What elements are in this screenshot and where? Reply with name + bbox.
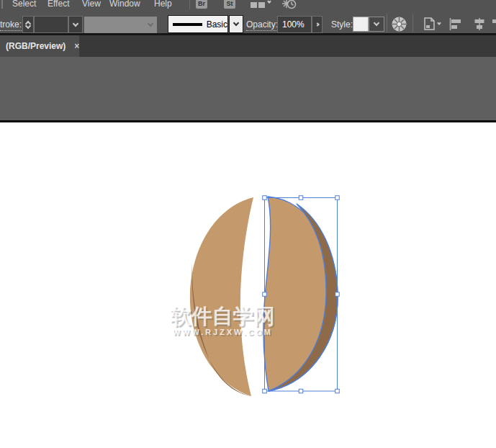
- selection-handle-bottom-left[interactable]: [263, 389, 267, 393]
- selection-handle-top-right[interactable]: [335, 196, 340, 200]
- selection-handle-top-center[interactable]: [299, 196, 303, 200]
- selection-handle-bottom-right[interactable]: [335, 389, 340, 393]
- selection-handle-top-left[interactable]: [263, 196, 267, 200]
- artwork-layer: [0, 0, 496, 448]
- selection-handle-bottom-center[interactable]: [299, 389, 303, 393]
- selection-handle-mid-right[interactable]: [335, 292, 340, 297]
- coffee-bean-left-half[interactable]: [190, 197, 253, 396]
- selection-handle-mid-left[interactable]: [263, 292, 267, 297]
